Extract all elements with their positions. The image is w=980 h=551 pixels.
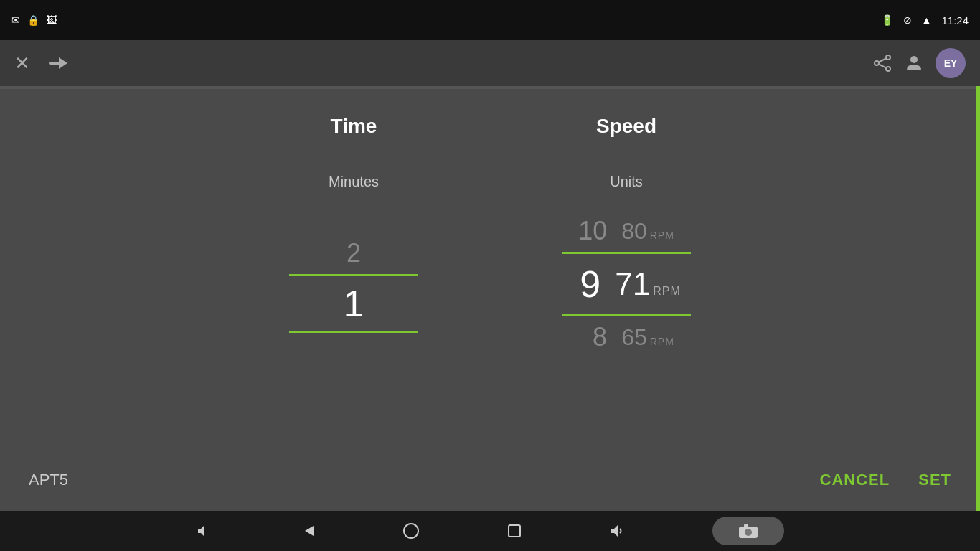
speed-header: Speed: [490, 115, 763, 138]
image-icon: 🖼: [47, 14, 57, 26]
set-button[interactable]: SET: [918, 471, 951, 489]
speed-row-2: 8 65 RPM: [533, 318, 720, 357]
time-prev-value: 2: [282, 234, 425, 273]
svg-point-10: [404, 524, 418, 538]
top-accent: [0, 86, 980, 89]
speed-line-0: [562, 252, 691, 254]
rpm-label-1: RPM: [653, 285, 681, 298]
svg-point-14: [745, 529, 752, 536]
speed-number-0: 10: [578, 216, 607, 246]
speed-number-1: 9: [572, 263, 600, 306]
camera-button[interactable]: [712, 517, 784, 545]
share-button[interactable]: [872, 55, 892, 72]
avatar[interactable]: EY: [936, 48, 966, 78]
time-picker[interactable]: 2 1: [217, 234, 490, 334]
svg-point-4: [875, 61, 879, 65]
home-icon[interactable]: [402, 522, 420, 540]
speed-value-2: 65 RPM: [621, 324, 674, 351]
recents-icon[interactable]: [506, 522, 523, 540]
profile-button[interactable]: [904, 53, 924, 73]
toolbar-left: ✕: [14, 52, 67, 75]
svg-marker-8: [198, 525, 204, 537]
headers-row: Time Speed: [0, 86, 980, 138]
volume2-icon[interactable]: [609, 522, 626, 540]
signal-block-icon: ⊘: [903, 14, 912, 26]
speed-row-1: 9 71 RPM: [533, 258, 720, 310]
device-label: APT5: [29, 471, 68, 489]
dialog: Time Speed Minutes Units 2 1 10: [0, 86, 980, 511]
email-icon: ✉: [11, 14, 20, 26]
speed-row-0: 10 80 RPM: [533, 212, 720, 250]
speed-sub-header: Units: [490, 174, 763, 190]
svg-rect-15: [744, 524, 748, 527]
main-content: Time Speed Minutes Units 2 1 10: [0, 86, 980, 511]
svg-rect-0: [49, 62, 60, 65]
side-accent: [976, 86, 980, 511]
rpm-label-2: RPM: [650, 336, 674, 347]
battery-icon: 🔋: [881, 14, 893, 26]
action-buttons: CANCEL SET: [820, 471, 951, 489]
lock-icon: 🔒: [27, 14, 39, 26]
wifi-icon: ▲: [922, 14, 932, 26]
speed-picker[interactable]: 10 80 RPM 9 71 RPM 8: [490, 212, 763, 357]
speed-value-1: 71 RPM: [615, 266, 681, 302]
status-time: 11:24: [941, 14, 969, 27]
speed-value-0: 80 RPM: [621, 218, 674, 245]
sub-headers-row: Minutes Units: [0, 174, 980, 190]
svg-point-2: [886, 55, 890, 60]
status-bar-left: ✉ 🔒 🖼: [11, 14, 57, 26]
svg-rect-11: [509, 525, 520, 537]
time-header: Time: [217, 115, 490, 138]
time-prev-line: [289, 274, 418, 276]
pickers-row: 2 1 10 80 RPM 9 71: [0, 212, 980, 357]
dialog-bottom: APT5 CANCEL SET: [0, 471, 980, 511]
export-button[interactable]: [47, 55, 67, 72]
svg-marker-9: [305, 526, 314, 536]
status-bar: ✉ 🔒 🖼 🔋 ⊘ ▲ 11:24: [0, 0, 980, 40]
time-selected-line: [289, 331, 418, 333]
status-bar-right: 🔋 ⊘ ▲ 11:24: [881, 14, 969, 27]
svg-marker-12: [611, 525, 618, 537]
back-icon[interactable]: [299, 522, 316, 540]
speed-number-2: 8: [578, 322, 607, 352]
svg-marker-1: [59, 57, 67, 69]
svg-point-3: [886, 67, 890, 71]
volume-icon[interactable]: [196, 522, 213, 540]
speed-line-1: [562, 314, 691, 316]
cancel-button[interactable]: CANCEL: [820, 471, 890, 489]
toolbar-right: EY: [872, 48, 966, 78]
svg-line-5: [879, 59, 886, 62]
nav-bar: [0, 511, 980, 551]
svg-point-7: [910, 56, 918, 63]
toolbar: ✕ EY: [0, 40, 980, 86]
rpm-label-0: RPM: [650, 230, 674, 241]
time-selected-value: 1: [282, 278, 425, 329]
close-button[interactable]: ✕: [14, 52, 30, 75]
time-sub-header: Minutes: [217, 174, 490, 190]
svg-line-6: [879, 65, 886, 68]
